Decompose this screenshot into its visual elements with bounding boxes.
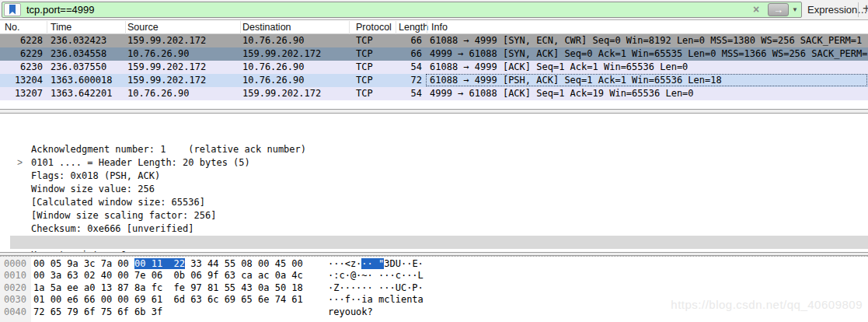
hex-offset: 0000	[4, 258, 26, 270]
detail-line[interactable]: [Window size scaling factor: 256]	[0, 183, 868, 196]
hex-bytes[interactable]: 01 00 e6 66 00 00 69 61 6d 63 6c 69 65 6…	[33, 294, 303, 306]
cell-destination: 10.76.26.90	[242, 61, 304, 74]
hex-offset: 0010	[4, 270, 26, 282]
cell-info: 61088 → 4999 [SYN, ECN, CWR] Seq=0 Win=8…	[430, 34, 862, 47]
hex-row[interactable]: 0010 00 3a 63 02 40 00 7e 06 0b 06 9f 63…	[0, 270, 868, 282]
cell-no: 6228	[0, 34, 43, 47]
cell-source: 159.99.202.172	[127, 61, 206, 74]
column-divider	[125, 21, 126, 34]
cell-time: 236.034558	[51, 47, 106, 61]
column-divider	[47, 21, 47, 34]
cell-time: 1363.642201	[51, 87, 112, 100]
detail-line[interactable]: 0101 .... = Header Length: 20 bytes (5)	[0, 130, 868, 143]
detail-line[interactable]: [Checksum Status: Unverified]	[0, 209, 868, 222]
display-filter-input[interactable]: tcp.port==4999 × → ▼	[2, 2, 802, 18]
cell-no: 13204	[0, 74, 43, 87]
cell-no: 6229	[0, 47, 43, 61]
cell-time: 236.037550	[51, 61, 106, 74]
hex-bytes[interactable]: 72 65 79 6f 75 6f 6b 3f	[33, 306, 162, 318]
packet-rows: 6228 236.032423 159.99.202.172 10.76.26.…	[0, 34, 868, 100]
hex-row[interactable]: 0000 00 05 9a 3c 7a 00 00 11 22 33 44 55…	[0, 258, 868, 270]
detail-line[interactable]: > Flags: 0x018 (PSH, ACK)	[0, 143, 868, 156]
filter-text[interactable]: tcp.port==4999	[26, 4, 94, 16]
packet-row[interactable]: 13207 1363.642201 10.76.26.90 159.99.202…	[0, 87, 868, 100]
cell-destination: 10.76.26.90	[242, 74, 304, 87]
wireshark-window: tcp.port==4999 × → ▼ Expression… + No. T…	[0, 0, 868, 322]
packet-details-pane: Acknowledgment number: 1 (relative ack n…	[0, 114, 868, 252]
column-header-no[interactable]: No.	[5, 22, 19, 33]
hex-bytes[interactable]: 00 05 9a 3c 7a 00 00 11 22 33 44 55 08 0…	[33, 258, 303, 270]
hex-bytes[interactable]: 1a 5a ee a0 13 87 8a fc fe 97 81 55 43 0…	[33, 282, 303, 294]
column-header-protocol[interactable]: Protocol	[356, 22, 392, 33]
add-filter-button[interactable]: +	[863, 1, 868, 16]
cell-source: 10.76.26.90	[127, 87, 189, 100]
column-header-destination[interactable]: Destination	[242, 22, 291, 33]
column-header-info[interactable]: Info	[431, 22, 448, 33]
detail-line[interactable]: > [SEQ/ACK analysis]	[10, 236, 868, 249]
cell-length: 54	[357, 61, 422, 74]
cell-source: 159.99.202.172	[127, 74, 206, 87]
toolbar-separator	[858, 2, 859, 17]
filter-dropdown-caret-icon[interactable]: ▼	[792, 6, 798, 13]
hex-ascii[interactable]: ···f··ia mclienta	[328, 294, 424, 306]
column-header-source[interactable]: Source	[127, 22, 159, 33]
packet-row[interactable]: 6230 236.037550 159.99.202.172 10.76.26.…	[0, 61, 868, 74]
cell-destination: 10.76.26.90	[242, 34, 304, 47]
packet-list-header: No. Time Source Destination Protocol Len…	[0, 21, 868, 34]
column-divider	[240, 21, 241, 34]
packet-row[interactable]: 6229 236.034558 10.76.26.90 159.99.202.1…	[0, 47, 868, 61]
cell-info: 4999 → 61088 [ACK] Seq=1 Ack=19 Win=6553…	[430, 87, 694, 100]
cell-info: 4999 → 61088 [SYN, ACK] Seq=0 Ack=1 Win=…	[430, 47, 868, 61]
filter-toolbar: tcp.port==4999 × → ▼ Expression… +	[0, 0, 868, 20]
detail-line[interactable]: Urgent pointer: 0	[0, 222, 868, 236]
clear-filter-icon[interactable]: ×	[750, 3, 762, 16]
hex-offset: 0040	[4, 306, 26, 318]
column-divider	[427, 21, 427, 34]
column-header-time[interactable]: Time	[51, 22, 71, 33]
cell-time: 1363.600018	[51, 74, 112, 87]
hex-ascii[interactable]: ·:c·@·~· ···c···L	[328, 270, 424, 282]
cell-info: 61088 → 4999 [PSH, ACK] Seq=1 Ack=1 Win=…	[430, 74, 722, 87]
cell-source: 10.76.26.90	[127, 47, 189, 61]
hex-ascii[interactable]: ·Z······ ···UC·P·	[328, 282, 424, 294]
cell-no: 6230	[0, 61, 43, 74]
detail-line[interactable]: [Calculated window size: 65536]	[0, 170, 868, 183]
cell-length: 54	[357, 87, 422, 100]
detail-line[interactable]: Window size value: 256	[0, 156, 868, 170]
hex-ascii[interactable]: reyouok?	[328, 306, 373, 318]
packet-bytes-pane: 0000 00 05 9a 3c 7a 00 00 11 22 33 44 55…	[0, 256, 868, 322]
cell-destination: 159.99.202.172	[242, 47, 321, 61]
hex-offset: 0030	[4, 294, 26, 306]
hex-ascii[interactable]: ···<z··· "3DU··E·	[328, 258, 424, 270]
hex-bytes[interactable]: 00 3a 63 02 40 00 7e 06 0b 06 9f 63 ca a…	[33, 270, 303, 282]
cell-time: 236.032423	[51, 34, 106, 47]
packet-row[interactable]: 13204 1363.600018 159.99.202.172 10.76.2…	[0, 74, 868, 87]
packet-row[interactable]: 6228 236.032423 159.99.202.172 10.76.26.…	[0, 34, 868, 47]
detail-line[interactable]: Checksum: 0xe666 [unverified]	[0, 196, 868, 209]
hex-offset: 0020	[4, 282, 26, 294]
cell-source: 159.99.202.172	[127, 34, 206, 47]
column-divider	[396, 21, 396, 34]
cell-destination: 159.99.202.172	[242, 87, 321, 100]
detail-line[interactable]: Acknowledgment number: 1 (relative ack n…	[0, 117, 868, 130]
cell-length: 72	[357, 74, 422, 87]
bookmark-icon	[9, 5, 16, 15]
hex-row[interactable]: 0020 1a 5a ee a0 13 87 8a fc fe 97 81 55…	[0, 282, 868, 294]
cell-info: 61088 → 4999 [ACK] Seq=1 Ack=1 Win=65536…	[430, 61, 688, 74]
filter-bookmark-button[interactable]	[4, 3, 21, 16]
column-header-length[interactable]: Length	[399, 22, 428, 33]
watermark-text: https://blog.csdn.net/qq_40609809	[671, 298, 863, 311]
cell-length: 66	[357, 34, 422, 47]
cell-length: 66	[357, 47, 422, 61]
cell-no: 13207	[0, 87, 43, 100]
column-divider	[349, 21, 350, 34]
apply-filter-button[interactable]: →	[768, 3, 789, 16]
